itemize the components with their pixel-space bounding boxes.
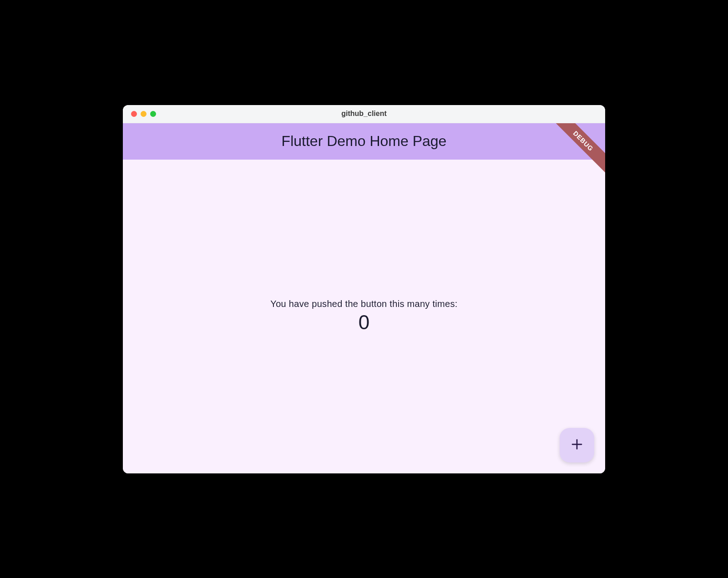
counter-value: 0 — [359, 311, 369, 334]
app-window: github_client Flutter Demo Home Page DEB… — [123, 105, 605, 473]
close-window-button[interactable] — [131, 111, 137, 117]
fab-increment-button[interactable] — [560, 428, 594, 462]
window-title: github_client — [341, 110, 387, 118]
window-titlebar: github_client — [123, 105, 605, 123]
traffic-lights — [123, 111, 156, 117]
maximize-window-button[interactable] — [150, 111, 156, 117]
counter-label: You have pushed the button this many tim… — [270, 299, 457, 309]
plus-icon — [570, 437, 584, 452]
app-bar: Flutter Demo Home Page — [123, 123, 605, 160]
app-bar-title: Flutter Demo Home Page — [282, 133, 447, 150]
app-scaffold: Flutter Demo Home Page DEBUG You have pu… — [123, 123, 605, 473]
body-content: You have pushed the button this many tim… — [123, 160, 605, 473]
minimize-window-button[interactable] — [141, 111, 147, 117]
